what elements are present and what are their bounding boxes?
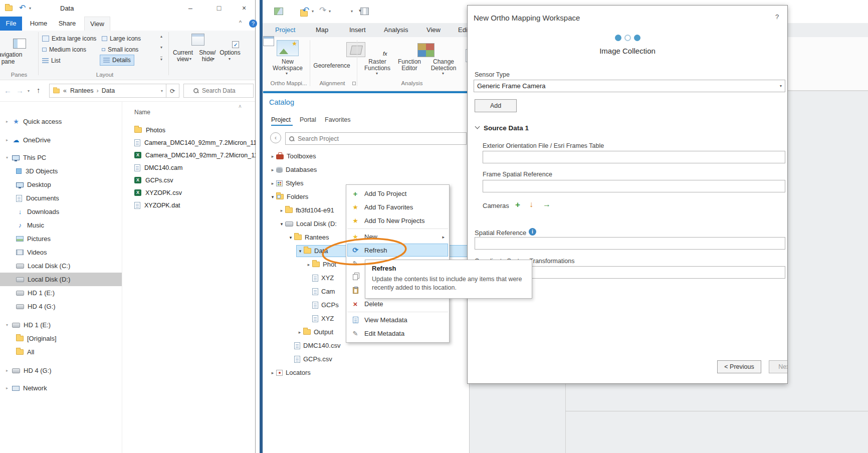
file-row-gcps-csv[interactable]: GCPs.csv <box>122 174 256 186</box>
chevron-icon[interactable]: ▸ <box>6 138 12 142</box>
show-hide-dropdown-icon[interactable]: ▾ <box>212 57 214 61</box>
recent-locations-dropdown-icon[interactable]: ▾ <box>28 89 30 93</box>
change-detection-button-line2[interactable]: Detection <box>428 65 459 72</box>
file-row-camera-1[interactable]: Camera_DMC140_92mm_7.2Micron_11 <box>122 136 256 149</box>
help-icon[interactable]: ? <box>249 20 257 28</box>
new-workspace-icon[interactable] <box>277 40 299 56</box>
chevron-icon[interactable]: ▸ <box>6 119 12 124</box>
add-camera-icon[interactable]: + <box>515 200 520 209</box>
frame-spatial-reference-input[interactable] <box>483 180 785 192</box>
options-dropdown-icon[interactable]: ▾ <box>229 57 231 61</box>
file-row-camera-2[interactable]: Camera_DMC140_92mm_7.2Micron_11 <box>122 149 256 161</box>
close-button[interactable]: × <box>233 0 256 17</box>
nav-item-local-disk-d[interactable]: Local Disk (D:) <box>0 273 122 286</box>
catalog-tab-portal[interactable]: Portal <box>300 116 316 123</box>
layout-dropdown-icon[interactable]: ▾ <box>351 10 353 14</box>
menu-item-edit-metadata[interactable]: ✎Edit Metadata <box>346 327 449 340</box>
chevron-collapsed-icon[interactable]: ▸ <box>305 262 312 267</box>
undo-dropdown-icon[interactable]: ▾ <box>312 10 314 14</box>
layout-details[interactable]: Details <box>100 55 134 66</box>
chevron-expanded-icon[interactable]: ▾ <box>269 194 276 199</box>
ribbon-collapse-icon[interactable]: ^ <box>239 20 242 26</box>
file-row-xyzopk-dat[interactable]: XYZOPK.dat <box>122 199 256 211</box>
menu-item-refresh[interactable]: ⟳Refresh <box>347 244 448 257</box>
chevron-icon[interactable]: ▸ <box>6 386 12 390</box>
chevron-collapsed-icon[interactable]: ▸ <box>269 154 276 159</box>
nav-item-hd1-e[interactable]: HD 1 (E:) <box>0 286 122 300</box>
change-detection-dropdown-icon[interactable]: ▾ <box>442 72 444 76</box>
add-button[interactable]: Add <box>475 99 517 112</box>
tab-share[interactable]: Share <box>54 17 80 31</box>
back-button[interactable]: ‹ <box>270 132 281 143</box>
nav-item-quick-access[interactable]: ▸★Quick access <box>0 115 122 128</box>
nav-item-originals[interactable]: [Originals] <box>0 332 122 345</box>
layout-scroll-down-icon[interactable]: ▾ <box>160 46 162 50</box>
change-detection-button[interactable]: Change <box>428 58 459 65</box>
georeference-icon[interactable] <box>346 42 365 57</box>
nav-item-local-disk-c[interactable]: Local Disk (C:) <box>0 259 122 273</box>
tab-project[interactable]: Project <box>275 26 295 34</box>
layout-medium-icons[interactable]: Medium icons <box>42 45 86 55</box>
explorer-search-box[interactable] <box>183 84 254 98</box>
new-workspace-button-line2[interactable]: Workspace <box>271 65 305 72</box>
address-box[interactable]: « Rantees › Data ▾ <box>49 84 166 98</box>
raster-functions-dropdown-icon[interactable]: ▾ <box>376 72 378 76</box>
file-row-xyzopk-csv[interactable]: XYZOPK.csv <box>122 186 256 199</box>
catalog-search-box[interactable] <box>285 132 467 145</box>
new-workspace-dropdown-icon[interactable]: ▾ <box>286 72 288 76</box>
back-icon[interactable]: ← <box>4 87 12 94</box>
layout-scroll-up-icon[interactable]: ▴ <box>160 35 162 39</box>
menu-item-delete[interactable]: ×Delete <box>346 297 449 311</box>
minimize-button[interactable]: – <box>177 0 203 17</box>
catalog-tab-project[interactable]: Project <box>271 116 291 123</box>
show-hide-icon[interactable] <box>232 41 239 48</box>
address-dropdown-icon[interactable]: ▾ <box>161 89 163 93</box>
chevron-icon[interactable]: ▸ <box>6 368 12 373</box>
export-cameras-icon[interactable]: → <box>543 200 551 208</box>
up-icon[interactable]: ↑ <box>37 86 41 94</box>
info-icon[interactable]: i <box>529 228 536 236</box>
layout-small-icons[interactable]: Small icons <box>102 45 138 55</box>
nav-item-3d-objects[interactable]: 3D Objects <box>0 164 122 178</box>
layout-more-icon[interactable]: ▾ <box>160 57 162 62</box>
chevron-icon[interactable]: ▾ <box>6 323 12 327</box>
navigation-pane-icon[interactable] <box>13 39 26 49</box>
chevron-collapsed-icon[interactable]: ▸ <box>278 208 285 213</box>
options-icon[interactable] <box>263 36 274 46</box>
pane-splitter[interactable] <box>565 411 868 411</box>
current-view-dropdown-icon[interactable]: ▾ <box>189 57 191 61</box>
nav-item-hd4-g[interactable]: HD 4 (G:) <box>0 300 122 313</box>
catalog-tab-favorites[interactable]: Favorites <box>325 116 350 123</box>
nav-item-desktop[interactable]: Desktop <box>0 178 122 191</box>
menu-item-add-to-favorites[interactable]: ★Add To Favorites <box>346 200 449 214</box>
collapsed-crumbs-icon[interactable]: « <box>63 87 67 94</box>
raster-functions-button[interactable]: Raster <box>362 58 392 65</box>
chevron-expanded-icon[interactable]: ▾ <box>278 221 285 226</box>
file-row-dmc140-cam[interactable]: DMC140.cam <box>122 161 256 174</box>
menu-item-add-to-project[interactable]: +Add To Project <box>346 187 449 200</box>
undo-icon[interactable]: ↶ <box>302 6 309 15</box>
tree-item-gcps-csv[interactable]: GCPs.csv <box>263 352 469 366</box>
chevron-icon[interactable]: ▾ <box>6 155 12 160</box>
chevron-expanded-icon[interactable]: ▾ <box>287 235 294 240</box>
georeference-button[interactable]: Georeference <box>312 62 352 69</box>
menu-item-new[interactable]: ★New▸ <box>346 230 449 244</box>
redo-dropdown-icon[interactable]: ▾ <box>329 10 331 14</box>
tree-item-toolboxes[interactable]: ▸Toolboxes <box>263 149 469 163</box>
explorer-search-input[interactable] <box>202 87 244 94</box>
dialog-help-icon[interactable]: ? <box>775 14 779 21</box>
source-data-expander[interactable]: Source Data 1 <box>476 124 529 132</box>
catalog-search-input[interactable] <box>298 135 466 142</box>
breadcrumb-rantees[interactable]: Rantees <box>70 87 94 94</box>
tab-home[interactable]: Home <box>26 17 51 31</box>
navigation-pane-button-line2[interactable]: pane <box>0 59 33 66</box>
sensor-type-select[interactable]: Generic Frame Camera ▾ <box>474 80 785 92</box>
project-icon[interactable] <box>274 8 283 15</box>
new-workspace-button[interactable]: New <box>271 58 305 65</box>
forward-icon[interactable]: → <box>16 87 24 94</box>
current-view-icon[interactable] <box>191 34 204 46</box>
nav-item-all[interactable]: All <box>0 345 122 359</box>
nav-item-documents[interactable]: Documents <box>0 191 122 205</box>
tab-insert[interactable]: Insert <box>349 26 366 34</box>
breadcrumb-data[interactable]: Data <box>102 87 115 94</box>
